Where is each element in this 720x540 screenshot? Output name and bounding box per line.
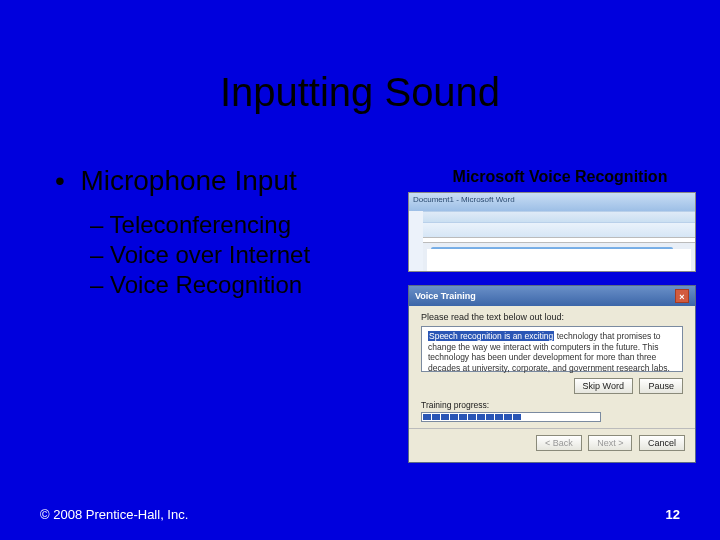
slide-title: Inputting Sound bbox=[0, 70, 720, 115]
dialog-title-text: Voice Training bbox=[415, 291, 476, 301]
close-icon[interactable]: × bbox=[675, 289, 689, 303]
word-toolbar bbox=[409, 223, 695, 237]
training-text: Speech recognition is an exciting techno… bbox=[421, 326, 683, 372]
word-page bbox=[427, 249, 691, 271]
word-ruler bbox=[409, 237, 695, 243]
pause-button[interactable]: Pause bbox=[639, 378, 683, 394]
bullet-main: • Microphone Input bbox=[55, 165, 297, 197]
sub-3: Voice Recognition bbox=[110, 271, 302, 298]
progress-bar bbox=[421, 412, 601, 422]
page-number: 12 bbox=[666, 507, 680, 522]
sub-1: Teleconferencing bbox=[110, 211, 291, 238]
word-titlebar: Document1 - Microsoft Word bbox=[409, 193, 695, 211]
progress-label: Training progress: bbox=[421, 400, 683, 410]
copyright-text: © 2008 Prentice-Hall, Inc. bbox=[40, 507, 188, 522]
bullet-main-text: Microphone Input bbox=[80, 165, 296, 196]
image-caption: Microsoft Voice Recognition bbox=[430, 168, 690, 186]
voice-training-dialog: Voice Training × Please read the text be… bbox=[408, 285, 696, 463]
dialog-titlebar: Voice Training × bbox=[409, 286, 695, 306]
next-button[interactable]: Next > bbox=[588, 435, 632, 451]
skip-word-button[interactable]: Skip Word bbox=[574, 378, 633, 394]
word-menubar bbox=[409, 211, 695, 223]
sub-bullets: – Teleconferencing – Voice over Internet… bbox=[90, 210, 310, 300]
word-screenshot: Document1 - Microsoft Word bbox=[408, 192, 696, 272]
sub-2: Voice over Internet bbox=[110, 241, 310, 268]
instruction-text: Please read the text below out loud: bbox=[421, 312, 683, 322]
cancel-button[interactable]: Cancel bbox=[639, 435, 685, 451]
back-button[interactable]: < Back bbox=[536, 435, 582, 451]
word-margin bbox=[409, 211, 423, 271]
dialog-footer: < Back Next > Cancel bbox=[409, 428, 695, 457]
training-highlight: Speech recognition is an exciting bbox=[428, 331, 554, 341]
